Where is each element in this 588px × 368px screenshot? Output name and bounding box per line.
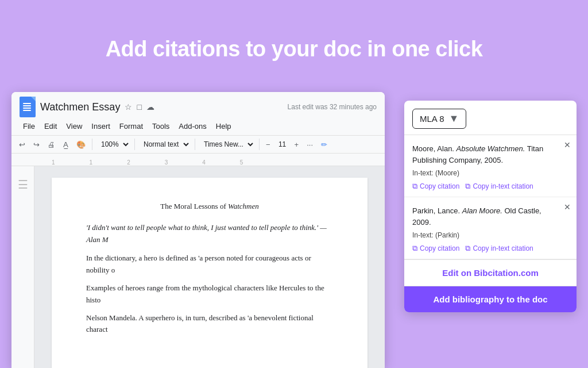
- document-para2: Examples of heroes range from the mythol…: [86, 282, 333, 306]
- last-edit: Last edit was 32 minutes ago: [288, 103, 377, 111]
- menu-tools[interactable]: Tools: [149, 121, 173, 132]
- font-size-display: 11: [276, 140, 289, 148]
- decrease-font-button[interactable]: −: [263, 139, 273, 151]
- document-para3: Nelson Mandela. A superhero is, in turn,…: [86, 312, 333, 336]
- citation-intext-1: In-text: (Moore): [412, 169, 568, 177]
- redo-button[interactable]: ↪: [30, 139, 42, 151]
- toolbar-divider-2: [134, 139, 135, 150]
- copy-intext-icon-1: ⧉: [465, 182, 470, 191]
- edit-mode-button[interactable]: ✏: [318, 139, 330, 151]
- sidebar-page-icon: ☰: [18, 178, 28, 191]
- document-quote: 'I didn't want to tell people what to th…: [86, 222, 333, 246]
- increase-font-button[interactable]: +: [292, 139, 302, 151]
- citation-actions-1: ⧉ Copy citation ⧉ Copy in-text citation: [412, 182, 568, 191]
- docs-sidebar-left: ☰: [11, 166, 34, 368]
- zoom-select[interactable]: 100%: [96, 138, 131, 151]
- dropdown-arrow-icon: ▼: [449, 113, 459, 125]
- docs-icon-line-1: [23, 103, 31, 104]
- copy-citation-btn-2[interactable]: ⧉ Copy citation: [412, 244, 459, 253]
- copy-intext-label-2: Copy in-text citation: [473, 244, 533, 252]
- docs-icon-line-4: [23, 110, 31, 111]
- docs-title-row: Watchmen Essay ☆ □ ☁ Last edit was 32 mi…: [20, 97, 377, 117]
- document-title-line: The Moral Lessons of Watchmen: [86, 201, 333, 213]
- copy-intext-icon-2: ⧉: [465, 244, 470, 253]
- style-select[interactable]: Normal text: [138, 138, 191, 151]
- citation-entry-2: ✕ Parkin, Lance. Alan Moore. Old Castle,…: [404, 197, 577, 259]
- print-button[interactable]: 🖨: [45, 139, 58, 151]
- citation-actions-2: ⧉ Copy citation ⧉ Copy in-text citation: [412, 244, 568, 253]
- copy-icon-2: ⧉: [412, 244, 417, 253]
- citation-style-dropdown[interactable]: MLA 8 ▼: [412, 109, 466, 129]
- citation-text-1: Moore, Alan. Absolute Watchmen. Titan Pu…: [412, 143, 568, 166]
- menu-addons[interactable]: Add-ons: [175, 121, 210, 132]
- citation-close-2[interactable]: ✕: [564, 203, 571, 211]
- citation-intext-2: In-text: (Parkin): [412, 231, 568, 239]
- copy-citation-label-1: Copy citation: [420, 182, 459, 190]
- menu-help[interactable]: Help: [212, 121, 235, 132]
- paintformat-button[interactable]: 🎨: [74, 139, 88, 151]
- add-bibliography-button[interactable]: Add bibliography to the doc: [404, 286, 577, 312]
- doc-title: Watchmen Essay: [40, 101, 120, 113]
- docs-titlebar: Watchmen Essay ☆ □ ☁ Last edit was 32 mi…: [11, 92, 385, 136]
- copy-intext-label-1: Copy in-text citation: [473, 182, 533, 190]
- docs-ruler: 112345: [11, 154, 385, 166]
- menu-insert[interactable]: Insert: [88, 121, 114, 132]
- copy-citation-label-2: Copy citation: [420, 244, 459, 252]
- docs-page-area: The Moral Lessons of Watchmen 'I didn't …: [34, 166, 385, 368]
- menu-edit[interactable]: Edit: [41, 121, 60, 132]
- docs-toolbar: ↩ ↪ 🖨 A̲ 🎨 100% Normal text Times New...…: [11, 136, 385, 154]
- toolbar-divider-1: [92, 139, 92, 150]
- citation-entry-1: ✕ Moore, Alan. Absolute Watchmen. Titan …: [404, 135, 577, 197]
- docs-icon-lines: [23, 103, 31, 111]
- undo-button[interactable]: ↩: [16, 139, 28, 151]
- headline: Add citations to your doc in one click: [106, 37, 483, 62]
- google-docs-icon: [20, 97, 36, 117]
- hero-background: Add citations to your doc in one click: [0, 0, 588, 98]
- document-para1: In the dictionary, a hero is defined as …: [86, 252, 333, 277]
- citation-text-2: Parkin, Lance. Alan Moore. Old Castle, 2…: [412, 205, 568, 228]
- docs-body: ☰ The Moral Lessons of Watchmen 'I didn'…: [11, 166, 385, 368]
- copy-icon-1: ⧉: [412, 182, 417, 191]
- drive-icon[interactable]: □: [137, 102, 141, 112]
- docs-icon-line-2: [23, 105, 31, 106]
- more-options-button[interactable]: ···: [304, 139, 316, 151]
- citation-header: MLA 8 ▼: [404, 101, 577, 135]
- copy-citation-btn-1[interactable]: ⧉ Copy citation: [412, 182, 459, 191]
- docs-page: The Moral Lessons of Watchmen 'I didn't …: [52, 178, 368, 368]
- spellcheck-button[interactable]: A̲: [60, 139, 71, 151]
- toolbar-divider-4: [259, 139, 260, 150]
- citation-panel: MLA 8 ▼ ✕ Moore, Alan. Absolute Watchmen…: [404, 101, 577, 312]
- docs-menu-row: File Edit View Insert Format Tools Add-o…: [20, 120, 377, 135]
- copy-intext-btn-2[interactable]: ⧉ Copy in-text citation: [465, 244, 533, 253]
- docs-title-icons: ☆ □ ☁: [125, 102, 154, 112]
- menu-file[interactable]: File: [20, 121, 38, 132]
- docs-window: Watchmen Essay ☆ □ ☁ Last edit was 32 mi…: [11, 92, 385, 368]
- docs-icon-line-3: [23, 108, 31, 109]
- ruler-numbers: 112345: [46, 159, 243, 166]
- copy-intext-btn-1[interactable]: ⧉ Copy in-text citation: [465, 182, 533, 191]
- citation-footer: Edit on Bibcitation.com Add bibliography…: [404, 259, 577, 312]
- edit-bibcitation-button[interactable]: Edit on Bibcitation.com: [404, 260, 577, 286]
- menu-view[interactable]: View: [63, 121, 86, 132]
- toolbar-divider-3: [195, 139, 195, 150]
- star-icon[interactable]: ☆: [125, 102, 132, 112]
- citation-close-1[interactable]: ✕: [564, 141, 571, 149]
- font-select[interactable]: Times New...: [199, 138, 256, 151]
- menu-format[interactable]: Format: [116, 121, 146, 132]
- cloud-icon[interactable]: ☁: [146, 102, 154, 112]
- citation-list: ✕ Moore, Alan. Absolute Watchmen. Titan …: [404, 135, 577, 259]
- citation-style-label: MLA 8: [420, 114, 444, 124]
